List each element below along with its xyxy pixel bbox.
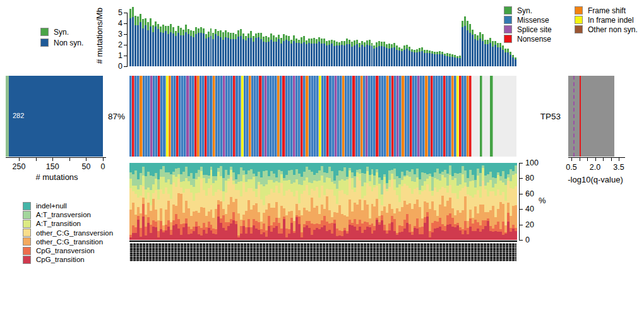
rate-bar-syn-segment (472, 30, 474, 35)
axis-tick (52, 158, 53, 161)
rate-bar-nonsyn-segment (170, 32, 172, 66)
rate-bar-nonsyn-segment (180, 35, 182, 66)
rate-bar-syn-segment (285, 35, 287, 40)
rate-bar-syn-segment (323, 39, 325, 44)
legend-item-nonsyn: Non syn. (40, 37, 83, 48)
rate-bar-syn-segment (376, 42, 378, 47)
legend-label: A:T_transition (36, 220, 81, 227)
rate-bar-nonsyn-segment (378, 46, 380, 66)
rate-bar-nonsyn-segment (366, 45, 368, 66)
rate-bar-nonsyn-segment (338, 45, 340, 66)
rate-bar-nonsyn-segment (290, 44, 292, 66)
axis-tick (124, 45, 127, 45)
axis-tick (520, 194, 523, 194)
rate-bar-nonsyn-segment (456, 58, 458, 66)
rate-bar-nonsyn-segment (215, 34, 217, 66)
rate-bar-syn-segment (255, 33, 257, 38)
legend-label: Nonsense (517, 35, 551, 44)
rate-bar-nonsyn-segment (193, 37, 194, 66)
sample-labels-strip (129, 243, 516, 261)
gene-name-label: TP53 (534, 112, 561, 121)
rate-bar-syn-segment (280, 38, 282, 44)
rate-bar-nonsyn-segment (439, 54, 441, 66)
rate-bar-nonsyn-segment (396, 50, 398, 66)
rate-bar-nonsyn-segment (142, 28, 144, 66)
rate-bar-nonsyn-segment (398, 51, 400, 66)
axis-tick (520, 240, 523, 241)
rate-bar-nonsyn-segment (359, 47, 361, 66)
rate-bar-syn-segment (235, 34, 237, 40)
rate-bar-syn-segment (242, 33, 244, 39)
rate-bar-syn-segment (308, 39, 310, 43)
in-frame-indel-swatch-icon (575, 16, 583, 24)
rate-bar-nonsyn-segment (200, 33, 202, 66)
rate-bar-nonsyn-segment (134, 25, 136, 66)
other-cg-transversion-swatch-icon (23, 229, 31, 237)
axis-tick-label: 3 (109, 30, 122, 39)
qvalue-bar (568, 76, 614, 157)
rate-bar-nonsyn-segment (137, 25, 139, 66)
rate-bar-syn-segment (203, 28, 205, 33)
rate-bar-syn-segment (232, 33, 234, 39)
rate-bar-syn-segment (318, 37, 320, 42)
rate-bar-nonsyn-segment (205, 39, 207, 66)
cpg-transition-swatch-icon (23, 256, 31, 264)
syn-swatch-icon (40, 28, 49, 36)
qvalue-axis-title: -log10(q-value) (554, 175, 636, 184)
rate-bar-syn-segment (474, 34, 476, 39)
rate-bar-nonsyn-segment (185, 32, 187, 66)
rate-bar-syn-segment (349, 40, 350, 44)
rate-bar-nonsyn-segment (258, 37, 259, 66)
rate-bar-nonsyn-segment (333, 46, 335, 66)
rate-bar-syn-segment (205, 34, 207, 39)
legend-item-splice-site: Splice site (504, 25, 552, 34)
rate-bar-syn-segment (145, 18, 146, 25)
rate-bar-syn-segment (134, 16, 136, 25)
rate-bar-nonsyn-segment (235, 39, 237, 66)
rate-bar-syn-segment (497, 43, 499, 48)
spectrum-y-axis (519, 163, 520, 241)
rate-bar-nonsyn-segment (469, 33, 471, 66)
rate-bar-nonsyn-segment (165, 31, 167, 66)
rate-bar-nonsyn-segment (361, 45, 363, 66)
rate-bar-syn-segment (237, 30, 239, 37)
axis-tick (571, 158, 572, 161)
legend-label: Non syn. (54, 39, 83, 47)
frame-shift-swatch-icon (575, 6, 583, 15)
legend-item-nonsense: Nonsense (504, 34, 552, 44)
rate-bar-syn-segment (396, 45, 398, 50)
mutation-type-legend-col1: Syn. Missense Splice site Nonsense (504, 6, 552, 44)
legend-label: Syn. (517, 6, 532, 15)
rate-bar-nonsyn-segment (152, 32, 154, 66)
legend-label: A:T_transversion (36, 211, 91, 218)
missense-swatch-icon (504, 16, 512, 24)
axis-tick-label: 150 (43, 162, 62, 171)
rate-bar-nonsyn-segment (446, 56, 448, 66)
axis-tick (124, 56, 127, 56)
axis-tick-label: 250 (9, 162, 28, 171)
rate-bar-syn-segment (484, 40, 486, 45)
rate-bar-nonsyn-segment (403, 50, 405, 66)
rate-bar-syn-segment (326, 41, 328, 45)
rate-bar-nonsyn-segment (515, 59, 516, 66)
rate-bar-nonsyn-segment (499, 47, 501, 66)
rate-bar-syn-segment (388, 44, 390, 49)
legend-label: CpG_transition (36, 256, 85, 263)
rate-bar-nonsyn-segment (240, 36, 242, 66)
rate-bar-syn-segment (351, 42, 353, 47)
rate-bar-nonsyn-segment (172, 33, 174, 66)
axis-tick-label: 0 (109, 62, 122, 71)
rate-bar-nonsyn-segment (263, 42, 265, 66)
rate-bar-nonsyn-segment (354, 45, 355, 66)
count-x-axis (6, 157, 106, 158)
rate-bar-syn-segment (301, 37, 302, 44)
rate-bar-nonsyn-segment (313, 44, 315, 66)
rate-bar-nonsyn-segment (436, 54, 438, 66)
rate-bar-syn-segment (167, 26, 169, 34)
rate-bar-nonsyn-segment (431, 54, 433, 66)
rate-bar-syn-segment (378, 41, 380, 47)
rate-bar-syn-segment (462, 21, 463, 27)
rate-bar-syn-segment (162, 25, 164, 33)
legend-label: Other non syn. (588, 25, 638, 34)
rate-bar-nonsyn-segment (341, 45, 343, 66)
